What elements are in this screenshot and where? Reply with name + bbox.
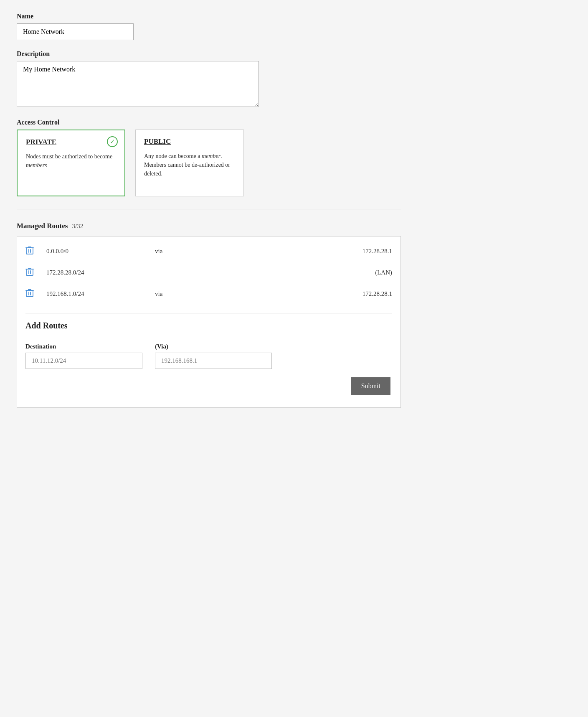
add-routes-fields: Destination (Via)	[25, 343, 392, 369]
add-routes-form: Add Routes Destination (Via) Submit	[25, 321, 392, 395]
destination-field: Destination	[25, 343, 142, 369]
route-3-destination: 192.168.1.0/24	[46, 290, 155, 297]
submit-button[interactable]: Submit	[351, 377, 390, 395]
add-routes-title: Add Routes	[25, 321, 392, 331]
delete-route-1-icon[interactable]	[25, 246, 38, 257]
destination-input[interactable]	[25, 353, 142, 369]
public-card-title: PUBLIC	[144, 137, 235, 146]
description-label: Description	[17, 50, 401, 58]
route-2-lan: (LAN)	[205, 269, 392, 276]
svg-rect-2	[26, 269, 33, 275]
description-section: Description	[17, 50, 401, 109]
name-input[interactable]	[17, 23, 134, 40]
managed-routes-section: Managed Routes 3/32 0.0.0.0/0 via 172.28…	[17, 222, 401, 408]
table-row: 192.168.1.0/24 via 172.28.28.1	[25, 283, 392, 305]
svg-rect-3	[26, 290, 33, 297]
access-control-label: Access Control	[17, 119, 401, 126]
private-card-desc: Nodes must be authorized to become membe…	[26, 152, 116, 170]
add-routes-divider	[25, 313, 392, 313]
section-divider	[17, 209, 401, 209]
route-2-destination: 172.28.28.0/24	[46, 269, 155, 276]
destination-label: Destination	[25, 343, 142, 350]
route-3-gateway: 172.28.28.1	[205, 290, 392, 297]
private-selected-icon: ✓	[107, 136, 118, 147]
route-3-via: via	[155, 290, 205, 297]
description-input[interactable]	[17, 61, 259, 107]
via-input[interactable]	[155, 353, 272, 369]
routes-container: 0.0.0.0/0 via 172.28.28.1 172.28.28.0/24…	[17, 236, 401, 408]
svg-rect-0	[26, 248, 33, 254]
delete-route-2-icon[interactable]	[25, 267, 38, 278]
via-label: (Via)	[155, 343, 272, 350]
access-control-row: PRIVATE ✓ Nodes must be authorized to be…	[17, 130, 401, 196]
private-card-title: PRIVATE	[26, 138, 116, 146]
table-row: 0.0.0.0/0 via 172.28.28.1	[25, 241, 392, 262]
access-control-section: Access Control PRIVATE ✓ Nodes must be a…	[17, 119, 401, 196]
managed-routes-header: Managed Routes 3/32	[17, 222, 401, 230]
route-1-via: via	[155, 248, 205, 255]
public-card-desc: Any node can become a member. Members ca…	[144, 152, 235, 178]
delete-route-3-icon[interactable]	[25, 288, 38, 300]
managed-routes-count: 3/32	[72, 223, 84, 229]
private-card[interactable]: PRIVATE ✓ Nodes must be authorized to be…	[17, 130, 125, 196]
submit-row: Submit	[25, 377, 392, 395]
route-1-gateway: 172.28.28.1	[205, 248, 392, 255]
via-field: (Via)	[155, 343, 272, 369]
route-1-destination: 0.0.0.0/0	[46, 248, 155, 255]
name-label: Name	[17, 13, 401, 20]
table-row: 172.28.28.0/24 (LAN)	[25, 262, 392, 283]
public-card[interactable]: PUBLIC Any node can become a member. Mem…	[135, 130, 244, 196]
name-section: Name	[17, 13, 401, 40]
